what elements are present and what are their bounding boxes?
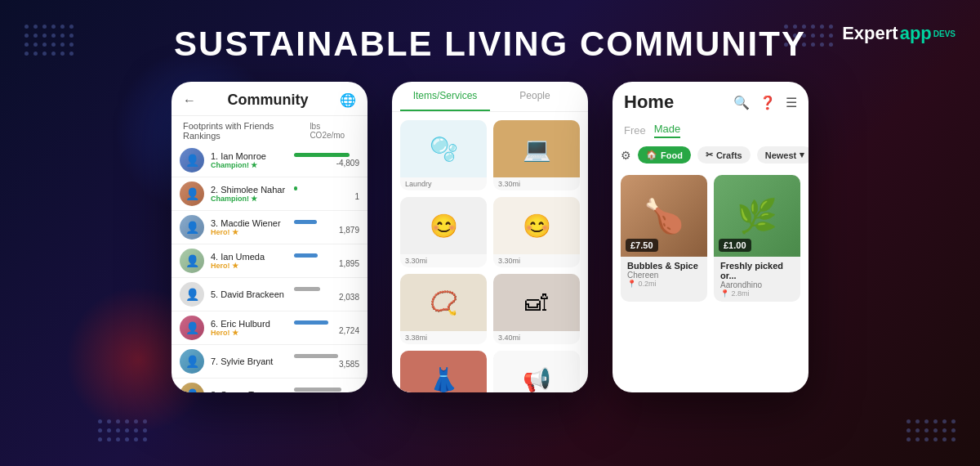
user-name-5: 5. David Brackeen [211,289,287,299]
item-smile-1[interactable]: 😊 3.30mi [400,197,487,267]
name-col-5: 5. David Brackeen [211,289,287,299]
filter-newest[interactable]: Newest ▾ [757,146,808,164]
score-5: 2,038 [294,293,359,302]
items-grid: 🫧 Laundry 💻 3.30mi 😊 3.30mi 😊 3.30mi 📿 [392,112,588,392]
back-icon[interactable]: ← [183,93,196,108]
user-name-3: 3. Macdie Wiener [211,218,287,228]
rankings-subtitle: Footprints with Friends Rankings [183,121,310,141]
menu-icon[interactable]: ☰ [786,95,797,110]
item-dress[interactable]: 👗 [400,351,487,392]
filter-icon[interactable]: ⚙ [621,149,631,162]
name-col-3: 3. Macdie Wiener Hero! ★ [211,218,287,236]
score-3: 1,879 [294,226,359,235]
page-header: SUSTAINABLE LIVING COMMUNITY [0,25,980,64]
home-tabs: Free Made [612,119,808,141]
badge-6: Hero! ★ [211,329,287,337]
laptop-icon: 💻 [493,120,580,177]
item-laundry[interactable]: 🫧 Laundry [400,120,487,190]
product-price-2: £1.00 [719,239,751,252]
ranking-row-3: 👤 3. Macdie Wiener Hero! ★ 1,879 [172,211,368,244]
bar-col-2: 1 [294,186,359,201]
home-filters: ⚙ 🏠 Food ✂ Crafts Newest ▾ [612,141,808,168]
user-name-7: 7. Sylvie Bryant [211,356,287,366]
badge-4: Hero! ★ [211,262,287,270]
name-col-8: 8. Susan Tu [211,390,287,392]
item-laptop[interactable]: 💻 3.30mi [493,120,580,190]
score-bar-3 [294,220,317,224]
food-icon: 🏠 [646,150,657,160]
avatar-7: 👤 [180,349,204,374]
crafts-icon: ✂ [706,150,713,160]
item-megaphone[interactable]: 📢 [493,351,580,392]
product-name-1: Bubbles & Spice [627,261,701,271]
tab-items-services[interactable]: Items/Services [400,82,490,111]
phone-items-services: Items/Services People 🫧 Laundry 💻 3.30mi… [392,82,588,392]
page-title: SUSTAINABLE LIVING COMMUNITY [0,25,980,64]
avatar-1: 👤 [180,148,204,173]
smile-icon-2: 😊 [493,197,580,254]
avatar-3: 👤 [180,215,204,240]
dots-decoration-br [906,419,956,441]
product-card-2[interactable]: 🌿 £1.00 Freshly picked or... Aarondhino … [714,175,800,302]
rankings-unit: lbs CO2e/mo [310,122,356,140]
search-icon[interactable]: 🔍 [733,95,750,110]
user-name-4: 4. Ian Umeda [211,252,287,262]
bar-col-3: 1,879 [294,220,359,235]
ranking-row-1: 👤 1. Ian Monroe Champion! ★ -4,809 [172,144,368,177]
laundry-label: Laundry [400,177,487,190]
user-name-6: 6. Eric Hulburd [211,319,287,329]
user-name-1: 1. Ian Monroe [211,151,287,161]
score-2: 1 [294,192,359,201]
smile-icon-1: 😊 [400,197,487,254]
product-info-2: Freshly picked or... Aarondhino 📍 2.8mi [714,257,800,302]
community-title: Community [228,92,309,109]
bar-col-1: -4,809 [294,153,359,168]
items-tabs: Items/Services People [392,82,588,112]
filter-crafts[interactable]: ✂ Crafts [697,146,751,164]
ranking-row-5: 👤 5. David Brackeen 2,038 [172,278,368,311]
ranking-row-2: 👤 2. Shimolee Nahar Champion! ★ 1 [172,177,368,211]
score-bar-8 [294,388,341,392]
ranking-row-4: 👤 4. Ian Umeda Hero! ★ 1,895 [172,244,368,278]
item-smile-2[interactable]: 😊 3.30mi [493,197,580,267]
home-header-icons: 🔍 ❓ ☰ [733,95,797,110]
help-icon[interactable]: ❓ [760,95,776,110]
name-col-6: 6. Eric Hulburd Hero! ★ [211,319,287,337]
product-card-1[interactable]: 🍗 £7.50 Bubbles & Spice Chereen 📍 0.2mi [621,175,707,302]
tab-free[interactable]: Free [624,124,646,137]
product-image-2: 🌿 £1.00 [714,175,800,257]
product-name-2: Freshly picked or... [720,261,794,280]
tab-people[interactable]: People [490,82,580,111]
chevron-down-icon: ▾ [800,150,804,160]
score-6: 2,724 [294,326,359,335]
score-1: -4,809 [294,159,359,168]
crafts-label: Crafts [716,150,742,160]
laptop-dist: 3.30mi [493,177,580,190]
newest-label: Newest [765,150,797,160]
avatar-6: 👤 [180,316,204,340]
food-label: Food [661,150,683,160]
product-price-1: £7.50 [626,239,658,252]
name-col-2: 2. Shimolee Nahar Champion! ★ [211,185,287,203]
phones-container: ← Community 🌐 Footprints with Friends Ra… [0,82,980,392]
score-bar-6 [294,320,328,325]
score-bar-5 [294,287,320,291]
user-name-8: 8. Susan Tu [211,390,287,392]
badge-3: Hero! ★ [211,228,287,236]
score-bar-4 [294,253,318,258]
item-bracelet[interactable]: 📿 3.38mi [400,274,487,344]
bar-col-5: 2,038 [294,287,359,302]
user-name-2: 2. Shimolee Nahar [211,185,287,195]
globe-icon[interactable]: 🌐 [340,92,356,108]
product-dist-1: 📍 0.2mi [627,280,701,288]
item-sofa[interactable]: 🛋 3.40mi [493,274,580,344]
bracelet-dist: 3.38mi [400,331,487,344]
score-bar-2 [294,186,297,190]
home-header: Home 🔍 ❓ ☰ [612,82,808,119]
ranking-row-6: 👤 6. Eric Hulburd Hero! ★ 2,724 [172,311,368,345]
score-bar-7 [294,354,338,358]
avatar-4: 👤 [180,249,204,273]
smile-1-dist: 3.30mi [400,254,487,267]
tab-made[interactable]: Made [654,123,681,138]
filter-food[interactable]: 🏠 Food [638,146,691,164]
